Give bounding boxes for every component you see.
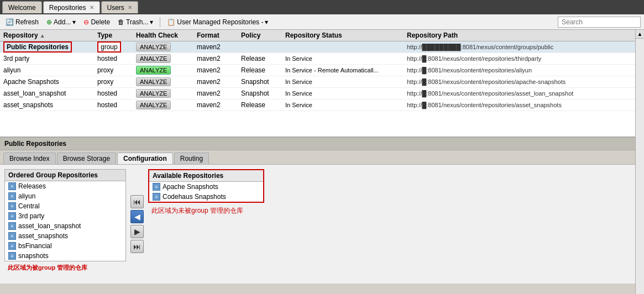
tab-repositories-label: Repositories (49, 4, 86, 12)
tab-repositories-close[interactable]: ✕ (90, 4, 94, 11)
move-first-button[interactable]: ⏮ (130, 195, 144, 208)
available-repos-container: Available Repositories ≡ Apache Snapshot… (148, 169, 264, 279)
list-item[interactable]: ≡asset_loan_snapshot (5, 221, 125, 231)
search-input[interactable] (558, 17, 641, 28)
item-icon: ≡ (8, 182, 16, 190)
list-item[interactable]: ≡ Apache Snapshots (149, 182, 263, 192)
available-repos-title: Available Repositories (149, 170, 263, 182)
table-row[interactable]: Public Repositories group ANALYZE maven2… (0, 41, 635, 53)
list-item[interactable]: ≡Releases (5, 181, 125, 191)
col-format: Format (197, 32, 241, 39)
repo-path-cell: http://█:8081/nexus/content/repositories… (407, 90, 632, 97)
list-item[interactable]: ≡aliyun (5, 191, 125, 201)
repo-health-cell[interactable]: ANALYZE (136, 54, 197, 63)
list-item[interactable]: ≡asset_snapshots (5, 231, 125, 241)
repo-health-cell[interactable]: ANALYZE (136, 89, 197, 98)
repo-status-cell: In Service (285, 78, 407, 86)
scroll-up-button[interactable]: ▲ (636, 30, 644, 39)
repo-policy-cell: Snapshot (241, 90, 285, 97)
tab-users[interactable]: Users ✕ (101, 1, 138, 13)
user-managed-label: User Managed Repositories - (177, 18, 263, 26)
list-item[interactable]: ≡3rd party (5, 211, 125, 221)
repo-health-cell[interactable]: ANALYZE (136, 66, 197, 75)
move-left-button[interactable]: ◀ (130, 210, 144, 223)
analyze-button[interactable]: ANALYZE (136, 54, 171, 63)
refresh-label: Refresh (15, 18, 39, 26)
repo-format-cell: maven2 (197, 55, 241, 62)
right-scrollbar[interactable]: ▲ ▼ (635, 30, 644, 294)
tab-browse-storage[interactable]: Browse Storage (57, 153, 116, 164)
repo-policy-cell: Release (241, 55, 285, 62)
available-repos-list: Available Repositories ≡ Apache Snapshot… (148, 169, 264, 203)
analyze-button[interactable]: ANALYZE (136, 77, 171, 86)
item-icon: ≡ (153, 193, 160, 201)
repo-name-cell: asset_snapshots (3, 101, 97, 109)
table-header: Repository ▲ Type Health Check Format Po… (0, 30, 635, 41)
col-path: Repository Path (407, 32, 632, 39)
col-status: Repository Status (285, 32, 407, 39)
tab-browse-index[interactable]: Browse Index (3, 153, 56, 164)
user-managed-chevron-icon: ▾ (265, 18, 268, 26)
analyze-button[interactable]: ANALYZE (136, 66, 171, 75)
move-last-button[interactable]: ⏭ (130, 240, 144, 253)
move-left-icon: ◀ (134, 212, 140, 221)
repo-status-cell: In Service (285, 90, 407, 97)
table-row[interactable]: asset_snapshots hosted ANALYZE maven2 Re… (0, 99, 635, 111)
repo-name-cell: asset_loan_snapshot (3, 90, 97, 97)
list-item[interactable]: ≡ Codehaus Snapshots (149, 192, 263, 202)
main-content: Repository ▲ Type Health Check Format Po… (0, 30, 635, 294)
tab-routing[interactable]: Routing (174, 153, 209, 164)
repo-format-cell: maven2 (197, 101, 241, 109)
repo-type-cell: hosted (97, 101, 136, 109)
item-icon: ≡ (8, 202, 16, 210)
list-item[interactable]: ≡snapshots (5, 251, 125, 261)
add-icon: ⊕ (46, 18, 52, 26)
delete-button[interactable]: ⊖ Delete (81, 17, 112, 27)
item-icon: ≡ (8, 222, 16, 230)
col-type: Type (97, 32, 136, 39)
arrow-buttons-col: ⏮ ◀ ▶ ⏭ (130, 169, 144, 279)
bottom-panel: Public Repositories Browse Index Browse … (0, 138, 635, 284)
repo-health-cell[interactable]: ANALYZE (136, 43, 197, 51)
tab-bar: Welcome Repositories ✕ Users ✕ (0, 0, 644, 14)
repo-type: group (97, 41, 121, 53)
analyze-button[interactable]: ANALYZE (136, 89, 171, 98)
list-item[interactable]: ≡bsFinancial (5, 241, 125, 251)
move-right-button[interactable]: ▶ (130, 225, 144, 238)
repo-health-cell[interactable]: ANALYZE (136, 101, 197, 109)
move-last-icon: ⏭ (133, 242, 141, 251)
repo-format-cell: maven2 (197, 90, 241, 97)
table-row[interactable]: aliyun proxy ANALYZE maven2 Release In S… (0, 65, 635, 76)
repo-name-cell: aliyun (3, 66, 97, 74)
trash-icon: 🗑 (118, 18, 124, 26)
table-row[interactable]: Apache Snapshots proxy ANALYZE maven2 Sn… (0, 76, 635, 88)
repo-policy-cell: Snapshot (241, 78, 285, 86)
repo-status-cell: In Service (285, 101, 407, 109)
repo-health-cell[interactable]: ANALYZE (136, 77, 197, 86)
user-managed-button[interactable]: 📋 User Managed Repositories - ▾ (165, 17, 270, 27)
move-first-icon: ⏮ (133, 197, 141, 206)
repo-path-cell: http://█:8081/nexus/content/repositories… (407, 78, 632, 86)
repo-type-cell: hosted (97, 90, 136, 97)
item-icon: ≡ (8, 212, 16, 220)
item-icon: ≡ (8, 252, 16, 260)
table-row[interactable]: asset_loan_snapshot hosted ANALYZE maven… (0, 88, 635, 99)
add-button[interactable]: ⊕ Add... ▾ (44, 17, 78, 27)
analyze-button[interactable]: ANALYZE (136, 43, 171, 51)
tab-users-close[interactable]: ✕ (128, 4, 132, 11)
repo-format-cell: maven2 (197, 66, 241, 74)
refresh-button[interactable]: 🔄 Refresh (3, 17, 41, 27)
trash-button[interactable]: 🗑 Trash... ▾ (116, 17, 155, 27)
repo-format-cell: maven2 (197, 78, 241, 86)
item-icon: ≡ (153, 183, 160, 191)
panel-content: Ordered Group Repositories ≡Releases ≡al… (0, 165, 635, 284)
tab-configuration[interactable]: Configuration (117, 153, 173, 164)
trash-chevron-icon: ▾ (150, 18, 153, 26)
table-row[interactable]: 3rd party hosted ANALYZE maven2 Release … (0, 53, 635, 65)
tab-repositories[interactable]: Repositories ✕ (43, 1, 100, 13)
analyze-button[interactable]: ANALYZE (136, 101, 171, 109)
list-item[interactable]: ≡Central (5, 201, 125, 211)
available-repos-annotation: 此区域为未被group 管理的仓库 (151, 206, 264, 216)
tab-welcome[interactable]: Welcome (2, 1, 42, 13)
tab-welcome-label: Welcome (8, 4, 36, 12)
